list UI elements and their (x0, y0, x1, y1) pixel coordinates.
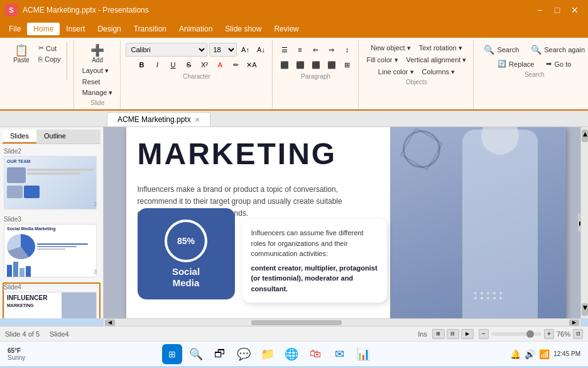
v-scrollbar[interactable]: ▲ ▼ (580, 127, 588, 318)
body-shape (462, 130, 538, 318)
font-color-button[interactable]: A (214, 58, 227, 72)
new-object-button[interactable]: New object ▾ (368, 43, 413, 53)
person-figure (440, 127, 560, 318)
increase-font-button[interactable]: A↑ (239, 43, 253, 57)
fill-color-button[interactable]: Fill color ▾ (364, 55, 401, 65)
paste-icon: 📋 (14, 45, 28, 56)
copy-button[interactable]: ⎘ Copy (35, 54, 64, 64)
fit-page-button[interactable]: ⊡ (573, 329, 583, 339)
files-button[interactable]: 📁 (258, 344, 278, 364)
menu-insert[interactable]: Insert (60, 23, 91, 35)
objects-group: New object ▾ Text rotation ▾ Fill color … (360, 40, 474, 109)
title-bar: S ACME Marketing.pptx - Presentations − … (0, 0, 588, 20)
menu-slideshow[interactable]: Slide show (219, 23, 268, 35)
replace-button[interactable]: 🔄 Replace (493, 58, 539, 70)
indent-less-button[interactable]: ⇐ (309, 43, 323, 57)
teams-button[interactable]: 💬 (234, 344, 254, 364)
v-scroll-up[interactable]: ▲ (582, 130, 588, 142)
ribbon-groups: 📋 Paste ✂ Cut ⎘ Copy ➕ Add Layout ▾ Rese… (4, 40, 584, 109)
highlight-button[interactable]: ✏ (229, 58, 243, 72)
callout-box[interactable]: Influencers can assume five different ro… (242, 219, 387, 303)
canvas-area[interactable]: ◀ (104, 127, 588, 318)
slide-thumb-3[interactable]: Slide3 Social Media Marketing (3, 215, 101, 279)
font-size-selector[interactable]: 18 (209, 43, 237, 57)
search-button-taskbar[interactable]: 🔍 (186, 344, 206, 364)
taskview-button[interactable]: 🗗 (210, 344, 230, 364)
menu-home[interactable]: Home (27, 23, 60, 35)
manage-button[interactable]: Manage ▾ (79, 87, 116, 98)
layout-button[interactable]: Layout ▾ (79, 65, 116, 76)
zoom-thumb[interactable] (526, 330, 534, 338)
superscript-button[interactable]: X² (198, 58, 212, 72)
speaker-button[interactable]: 🔊 (525, 349, 535, 359)
italic-button[interactable]: I (151, 58, 165, 72)
metric-widget[interactable]: 85% Social Media (138, 208, 235, 299)
decrease-font-button[interactable]: A↓ (254, 43, 268, 57)
unordered-list-button[interactable]: ☰ (278, 43, 291, 57)
slide-thumb-2[interactable]: Slide2 OUR TEAM 2 (3, 147, 101, 211)
align-left-button[interactable]: ⬛ (278, 58, 291, 72)
weather-temp: 65°F (8, 347, 25, 354)
close-button[interactable]: ✕ (567, 3, 583, 17)
font-selector[interactable]: Calibri (126, 43, 207, 57)
document-tab[interactable]: ACME Marketing.pptx ✕ (107, 112, 210, 126)
search-group: 🔍 Search 🔍 Search again 🔄 Replace ➡ (475, 40, 588, 109)
minimize-button[interactable]: − (531, 3, 548, 17)
outline-tab[interactable]: Outline (36, 130, 74, 143)
text-rotation-button[interactable]: Text rotation ▾ (416, 43, 466, 53)
strikethrough-button[interactable]: S (182, 58, 196, 72)
slide-thumb-4[interactable]: Slide4 INFLUENCER MARKETING 4 (3, 282, 101, 318)
goto-button[interactable]: ➡ Go to (541, 58, 576, 70)
menu-file[interactable]: File (3, 23, 27, 35)
align-justify-button[interactable]: ⬛ (325, 58, 339, 72)
goto-icon: ➡ (546, 60, 552, 68)
h-scroll-left[interactable]: ◀ (105, 320, 115, 326)
indent-more-button[interactable]: ⇒ (325, 43, 339, 57)
columns-obj-button[interactable]: Columns ▾ (419, 67, 458, 77)
clear-format-button[interactable]: ✕A (245, 58, 259, 72)
menu-review[interactable]: Review (268, 23, 305, 35)
slides-tab[interactable]: Slides (3, 130, 36, 143)
align-center-button[interactable]: ⬛ (293, 58, 307, 72)
search-button[interactable]: 🔍 Search (479, 43, 524, 57)
bold-button[interactable]: B (135, 58, 149, 72)
network-button[interactable]: 📶 (539, 349, 550, 359)
underline-button[interactable]: U (166, 58, 180, 72)
mail-button[interactable]: ✉ (329, 344, 349, 364)
ordered-list-button[interactable]: ≡ (293, 43, 307, 57)
h-scrollbar[interactable]: ◀ ▶ (104, 318, 580, 326)
excel-button[interactable]: 📊 (353, 344, 373, 364)
store-button[interactable]: 🛍 (305, 344, 325, 364)
start-button[interactable]: ⊞ (162, 344, 182, 364)
notification-button[interactable]: 🔔 (510, 349, 521, 359)
system-time: 12:45 PM (553, 350, 580, 357)
zoom-slider[interactable] (491, 332, 542, 336)
add-slide-button[interactable]: ➕ Add (84, 43, 111, 65)
align-right-button[interactable]: ⬛ (309, 58, 323, 72)
zoom-out-button[interactable]: − (479, 329, 489, 339)
edge-button[interactable]: 🌐 (281, 344, 302, 364)
maximize-button[interactable]: □ (549, 3, 565, 17)
tab-close-button[interactable]: ✕ (195, 116, 200, 123)
search-again-button[interactable]: 🔍 Search again (526, 43, 588, 57)
slide-sorter-button[interactable]: ⊟ (447, 329, 459, 339)
menu-transition[interactable]: Transition (128, 23, 173, 35)
insert-mode: Ins (418, 330, 427, 338)
cut-button[interactable]: ✂ Cut (35, 43, 64, 53)
reset-button[interactable]: Reset (79, 77, 116, 87)
clipboard-group: 📋 Paste ✂ Cut ⎘ Copy (4, 40, 74, 109)
vert-align-button[interactable]: Vertical alignment ▾ (403, 55, 470, 65)
v-scroll-down[interactable]: ▼ (582, 303, 588, 316)
h-scroll-thumb[interactable] (251, 320, 342, 325)
menu-design[interactable]: Design (91, 23, 127, 35)
paste-button[interactable]: 📋 Paste (8, 43, 35, 65)
slide-title-area[interactable]: MARKETING (138, 137, 337, 171)
presentation-button[interactable]: ▶ (461, 329, 474, 339)
h-scroll-right[interactable]: ▶ (569, 320, 579, 326)
normal-view-button[interactable]: ⊞ (432, 329, 445, 339)
line-spacing-button[interactable]: ↕ (340, 43, 354, 57)
line-color-button[interactable]: Line color ▾ (375, 67, 417, 77)
columns-button[interactable]: ⊞ (340, 58, 354, 72)
zoom-in-button[interactable]: + (544, 329, 554, 339)
menu-animation[interactable]: Animation (173, 23, 219, 35)
